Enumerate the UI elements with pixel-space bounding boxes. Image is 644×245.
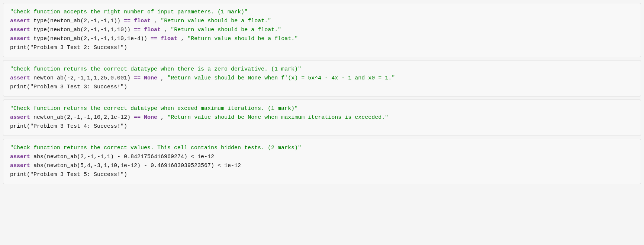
code-token: , [157,75,167,81]
code-line-1-5: print("Problem 3 Test 2: Success!") [10,43,634,52]
code-token: "Return value should be a float." [161,18,271,24]
code-token: float [161,36,177,42]
code-token: type(newton_ab(2,-1,-1,1)) [30,18,124,24]
code-token: float [144,27,161,33]
code-cell-2: "Check function returns the correct data… [3,60,641,97]
code-token [141,75,144,81]
code-line-1-4: assert type(newton_ab(2,-1,-1,1,10,1e-4)… [10,35,634,43]
code-token: assert [10,27,30,33]
code-token: == [151,36,157,42]
code-cell-1: "Check function accepts the right number… [3,3,641,57]
code-token: == [134,27,141,33]
code-token: , [177,36,187,42]
code-token: assert [10,18,30,24]
code-line-4-1: "Check function returns the correct valu… [10,144,634,153]
code-token: print("Problem 3 Test 3: Success!") [10,84,127,90]
code-token: print("Problem 3 Test 2: Success!") [10,45,127,51]
code-token: , [157,114,167,121]
notebook-container: "Check function accepts the right number… [3,3,641,184]
code-token: assert [10,163,30,169]
code-token: float [134,18,151,24]
code-token: "Return value should be None when maximu… [167,114,388,121]
code-line-4-4: print("Problem 3 Test 5: Success!") [10,170,634,179]
code-token: "Return value should be a float." [187,36,298,42]
code-token: type(newton_ab(2,-1,-1,1,10,1e-4)) [30,36,151,42]
code-line-1-2: assert type(newton_ab(2,-1,-1,1)) == flo… [10,17,634,26]
code-line-4-3: assert abs(newton_ab(5,4,-3,1,10,1e-12) … [10,161,634,170]
code-token: assert [10,36,30,42]
code-line-3-1: "Check function returns the correct data… [10,104,634,113]
code-line-2-2: assert newton_ab(-2,-1,1,1,25,0.001) == … [10,74,634,83]
code-token [141,114,144,121]
code-token: assert [10,75,30,81]
code-token: == [134,114,141,121]
code-cell-3: "Check function returns the correct data… [3,99,641,136]
code-token: , [151,18,161,24]
code-token: print("Problem 3 Test 5: Success!") [10,172,127,178]
code-line-2-1: "Check function returns the correct data… [10,65,634,74]
code-token: "Return value should be None when f'(x) … [167,75,395,81]
code-line-1-1: "Check function accepts the right number… [10,8,634,17]
code-line-3-2: assert newton_ab(2,-1,-1,10,2,1e-12) == … [10,113,634,122]
code-token: print("Problem 3 Test 4: Success!") [10,123,127,130]
code-token: newton_ab(-2,-1,1,1,25,0.001) [30,75,134,81]
code-token: assert [10,114,30,121]
code-token: == [124,18,131,24]
code-line-4-2: assert abs(newton_ab(2,-1,-1,1) - 0.8421… [10,153,634,161]
code-line-2-3: print("Problem 3 Test 3: Success!") [10,83,634,92]
code-token: None [144,114,157,121]
code-token: == [134,75,141,81]
code-token: assert [10,154,30,160]
code-token [157,36,161,42]
code-token: abs(newton_ab(5,4,-3,1,10,1e-12) - 0.469… [30,163,241,169]
code-token: , [161,27,171,33]
code-line-3-3: print("Problem 3 Test 4: Success!") [10,122,634,131]
code-token [131,18,134,24]
code-token [141,27,144,33]
code-line-1-3: assert type(newton_ab(2,-1,-1,1,10)) == … [10,26,634,35]
code-token: "Return value should be a float." [171,27,281,33]
code-token: None [144,75,157,81]
code-cell-4: "Check function returns the correct valu… [3,139,641,184]
code-token: abs(newton_ab(2,-1,-1,1) - 0.84217564169… [30,154,214,160]
code-token: newton_ab(2,-1,-1,10,2,1e-12) [30,114,134,121]
code-token: type(newton_ab(2,-1,-1,1,10)) [30,27,134,33]
